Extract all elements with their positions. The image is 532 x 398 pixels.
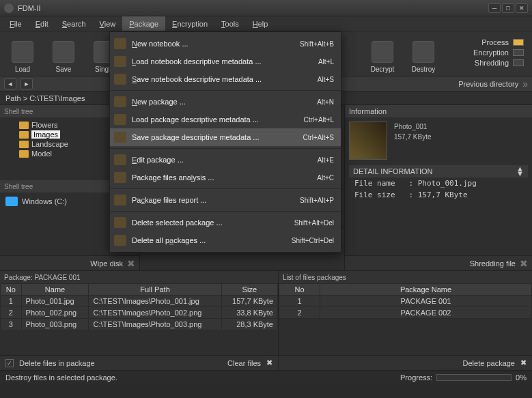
info-box: Photo_001 157,7 KByte DETAIL INFORMATION… — [345, 117, 532, 255]
menu-item-label: Load package descriptive metadata ... — [132, 115, 298, 124]
menu-item[interactable]: Save notebook descriptive metadata ...Al… — [110, 70, 341, 88]
wipe-disk-icon[interactable]: ✖ — [127, 258, 135, 269]
menu-item-label: Package files analysis ... — [132, 173, 311, 182]
previous-directory-label[interactable]: Previous directory — [458, 80, 518, 88]
status-swatch-icon — [513, 49, 524, 56]
status-process: Process — [481, 38, 524, 46]
menu-edit[interactable]: Edit — [29, 16, 55, 31]
col-header[interactable]: No — [1, 284, 22, 296]
menu-item[interactable]: Package files analysis ...Alt+C — [110, 169, 341, 186]
Destroy-icon — [412, 41, 434, 63]
table-row[interactable]: 2PACKAGE 002 — [279, 307, 532, 319]
menu-file[interactable]: File — [3, 16, 29, 31]
menu-item-label: Package files report ... — [132, 196, 294, 204]
menu-item[interactable]: New package ...Alt+N — [110, 93, 341, 111]
Save-icon — [53, 41, 74, 63]
Load-button[interactable]: Load — [4, 35, 41, 73]
package-files-table: NoNameFull PathSize1Photo_001.jpgC:\TEST… — [0, 283, 278, 330]
col-header[interactable]: Name — [21, 284, 89, 296]
detail-line-1: File name : Photo_001.jpg — [349, 177, 528, 189]
menu-item-shortcut: Alt+C — [317, 174, 334, 182]
shredding-label[interactable]: Shredding file — [470, 259, 516, 268]
menu-item[interactable]: Delete all packages ...Shift+Ctrl+Del — [110, 231, 341, 249]
col-header[interactable]: Size — [221, 284, 277, 296]
progress-value: 0% — [516, 373, 527, 382]
menu-item[interactable]: Package files report ...Shift+Alt+P — [110, 191, 341, 209]
menu-item-label: Edit package ... — [132, 156, 312, 164]
previous-directory-chevron-icon[interactable]: » — [522, 79, 528, 89]
close-button[interactable]: ✕ — [516, 3, 528, 13]
package-menu-dropdown: New notebook ...Shift+Alt+BLoad notebook… — [109, 31, 341, 253]
drive-label: Windows (C:) — [22, 197, 67, 205]
menu-item-icon — [114, 96, 126, 107]
table-row[interactable]: 1Photo_001.jpgC:\TEST\Images\Photo_001.j… — [1, 296, 278, 307]
Save-button[interactable]: Save — [45, 35, 82, 73]
Decrypt-button[interactable]: Decrypt — [364, 35, 401, 73]
progress-bar — [436, 374, 512, 381]
col-header[interactable]: Full Path — [89, 284, 221, 296]
menu-item-icon — [114, 56, 126, 67]
table-row[interactable]: 2Photo_002.pngC:\TEST\Images\Photo_002.p… — [1, 307, 278, 319]
package-list-table: NoPackage Name1PACKAGE 0012PACKAGE 002 — [279, 283, 532, 319]
wipe-disk-strip: Wipe disk ✖ — [0, 255, 139, 270]
statusbar: Destroy files in selected package. Progr… — [0, 370, 532, 384]
preview-thumbnail — [349, 122, 387, 160]
Load-icon — [12, 41, 33, 63]
menu-item-icon — [114, 235, 126, 246]
menu-item-label: Delete all packages ... — [132, 236, 286, 244]
detail-scroll-icon[interactable]: ▲▼ — [516, 167, 524, 176]
menu-item-icon — [114, 217, 126, 228]
delete-files-label[interactable]: Delete files in package — [19, 359, 95, 367]
menu-item-label: New notebook ... — [132, 40, 294, 48]
menu-item[interactable]: Load notebook descriptive metadata ...Al… — [110, 53, 341, 70]
menu-help[interactable]: Help — [246, 16, 275, 31]
package-list-strip: Delete package ✖ — [279, 355, 532, 370]
bottom-tables: Package: PACKAGE 001 NoNameFull PathSize… — [0, 270, 532, 370]
titlebar: FDM-II ─ □ ✕ — [0, 0, 532, 16]
maximize-button[interactable]: □ — [502, 3, 514, 13]
shredding-strip: Shredding file ✖ — [345, 255, 532, 270]
table-row[interactable]: 3Photo_003.pngC:\TEST\Images\Photo_003.p… — [1, 319, 278, 330]
menu-item[interactable]: Edit package ...Alt+E — [110, 151, 341, 169]
menu-item[interactable]: Delete selected package ...Shift+Alt+Del — [110, 214, 341, 231]
col-header[interactable]: Package Name — [320, 284, 532, 296]
Destroy-button[interactable]: Destroy — [405, 35, 442, 73]
col-header[interactable]: No — [279, 284, 320, 296]
wipe-disk-label[interactable]: Wipe disk — [90, 259, 123, 268]
folder-icon — [19, 131, 29, 139]
menu-view[interactable]: View — [93, 16, 123, 31]
menu-item-icon — [114, 154, 126, 165]
menu-search[interactable]: Search — [55, 16, 93, 31]
status-shredding: Shredding — [475, 59, 524, 67]
menu-tools[interactable]: Tools — [214, 16, 246, 31]
progress-label: Progress: — [400, 373, 432, 382]
clear-files-label[interactable]: Clear files — [227, 359, 261, 367]
delete-package-icon[interactable]: ✖ — [520, 358, 527, 367]
menu-item[interactable]: Load package descriptive metadata ...Ctr… — [110, 111, 341, 128]
menu-encryption[interactable]: Encryption — [165, 16, 214, 31]
shredding-icon[interactable]: ✖ — [520, 258, 528, 269]
nav-back-button[interactable]: ◄ — [4, 79, 16, 89]
delete-files-checkbox[interactable]: ✓ — [5, 359, 14, 367]
menu-item-icon — [114, 195, 126, 205]
clear-files-icon[interactable]: ✖ — [266, 358, 272, 367]
menu-item[interactable]: New notebook ...Shift+Alt+B — [110, 35, 341, 53]
minimize-button[interactable]: ─ — [488, 3, 501, 13]
folder-icon — [19, 141, 29, 148]
Decrypt-icon — [372, 41, 393, 63]
menu-item-icon — [114, 74, 126, 85]
package-title: Package: PACKAGE 001 — [0, 271, 278, 283]
menu-item[interactable]: Save package descriptive metadata ...Ctr… — [110, 128, 341, 146]
nav-forward-button[interactable]: ► — [20, 79, 33, 89]
menu-item-shortcut: Ctrl+Alt+L — [304, 116, 334, 124]
menu-package[interactable]: Package — [122, 16, 165, 31]
menu-item-label: Load notebook descriptive metadata ... — [132, 57, 313, 66]
delete-package-label[interactable]: Delete package — [463, 359, 515, 367]
menu-item-icon — [114, 132, 126, 143]
menu-item-shortcut: Alt+N — [317, 98, 334, 106]
status-hint: Destroy files in selected package. — [5, 373, 117, 382]
menu-item-label: Save notebook descriptive metadata ... — [132, 75, 312, 83]
table-row[interactable]: 1PACKAGE 001 — [279, 296, 532, 307]
menubar: FileEditSearchViewPackageEncryptionTools… — [0, 16, 532, 31]
detail-info-header: DETAIL INFORMATION ▲▼ — [349, 165, 528, 177]
